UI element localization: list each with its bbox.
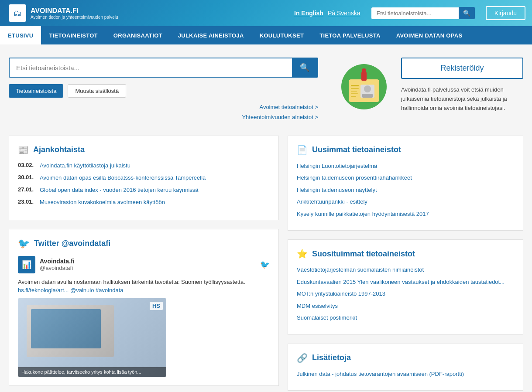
interop-datasets-link[interactable]: Yhteentoimivuuden aineistot > (9, 112, 318, 122)
news-link[interactable]: Museoviraston kuvakokoelmia avoimeen käy… (40, 198, 165, 206)
list-item: Suomalaiset postimerkit (297, 314, 514, 322)
link-icon: 🔗 (297, 353, 308, 363)
search-section: 🔍 Tietoaineistoista Muusta sisällöstä Av… (9, 53, 318, 123)
avatar: 📊 (18, 256, 35, 273)
list-item: Eduskuntavaalien 2015 Ylen vaalikoneen v… (297, 278, 514, 286)
left-column: 📰 Ajankohtaista 03.02. Avoindata.fin käy… (9, 136, 279, 392)
header-search-input[interactable] (371, 7, 459, 19)
language-switcher: In English På Svenska (288, 10, 367, 17)
news-link[interactable]: Avoimen datan opas esillä Bobcatsss-konf… (40, 174, 206, 182)
news-card: 📰 Ajankohtaista 03.02. Avoindata.fin käy… (9, 136, 279, 220)
dataset-link[interactable]: Helsingin Luontotietojärjestelmä (297, 163, 377, 169)
logo-text: AVOINDATA.FI Avoimen tiedon ja yhteentoi… (31, 7, 118, 20)
filter-other-button[interactable]: Muusta sisällöstä (68, 84, 126, 98)
image-badge: HS (150, 302, 163, 310)
logo-subtitle: Avoimen tiedon ja yhteentoimivuuden palv… (31, 15, 118, 20)
twitter-title: 🐦 Twitter @avoindatafi (18, 238, 270, 249)
news-list: 03.02. Avoindata.fin käyttötilastoja jul… (18, 162, 270, 207)
logo-icon: 🗂 (9, 4, 26, 22)
svg-rect-9 (351, 96, 356, 97)
login-button[interactable]: Kirjaudu (486, 6, 525, 20)
nav-item-tietoa[interactable]: TIETOA PALVELUSTA (312, 26, 388, 44)
tweet-text: Avoimen datan avulla nostamaan hallituks… (18, 278, 270, 295)
more-info-card: 🔗 Lisätietoja Julkinen data - johdatus t… (288, 344, 523, 391)
list-item: 23.01. Museoviraston kuvakokoelmia avoim… (18, 198, 270, 206)
nav-item-organisaatiot[interactable]: ORGANISAATIOT (106, 26, 170, 44)
main-search-button[interactable]: 🔍 (292, 58, 317, 77)
right-column: 📄 Uusimmat tietoaineistot Helsingin Luon… (288, 136, 523, 392)
popular-datasets-title: ⭐ Suosituimmat tietoaineistot (297, 249, 514, 259)
nav-item-julkaise[interactable]: JULKAISE AINEISTOJA (170, 26, 252, 44)
dataset-link[interactable]: MOT:n yritystukiaineisto 1997-2013 (297, 290, 385, 297)
tweet-name: Avoindata.fi (40, 258, 256, 265)
list-item: 30.01. Avoimen datan opas esillä Bobcats… (18, 174, 270, 182)
top-section: 🔍 Tietoaineistoista Muusta sisällöstä Av… (9, 53, 523, 123)
lang-swedish[interactable]: På Svenska (328, 10, 360, 17)
svg-rect-5 (351, 85, 359, 86)
document-icon: 📄 (297, 145, 308, 155)
register-info: Rekisteröidy Avoindata.fi-palvelussa voi… (401, 58, 523, 112)
news-date: 30.01. (18, 174, 35, 181)
newest-datasets-title: 📄 Uusimmat tietoaineistot (297, 145, 514, 155)
filter-datasets-button[interactable]: Tietoaineistoista (9, 84, 63, 98)
news-date: 03.02. (18, 162, 35, 168)
svg-point-3 (364, 85, 371, 92)
nav-item-opas[interactable]: AVOIMEN DATAN OPAS (388, 26, 470, 44)
main-search-input[interactable] (10, 58, 292, 77)
main-content: 🔍 Tietoaineistoista Muusta sisällöstä Av… (0, 44, 532, 392)
main-nav: ETUSIVU TIETOAINEISTOT ORGANISAATIOT JUL… (0, 26, 532, 44)
news-link[interactable]: Avoindata.fin käyttötilastoja julkaistu (40, 162, 130, 170)
tweet-image-caption: Hakukone päättelee, tarvitseeko yritys k… (18, 367, 166, 377)
news-date: 27.01. (18, 186, 35, 193)
open-datasets-link[interactable]: Avoimet tietoaineistot > (9, 102, 318, 112)
more-info-list: Julkinen data - johdatus tietovarantojen… (297, 370, 514, 378)
popular-datasets-list: Väestötietojärjestelmän suomalaisten nim… (297, 266, 514, 322)
nav-item-etusivu[interactable]: ETUSIVU (0, 26, 41, 44)
twitter-icon: 🐦 (18, 238, 30, 249)
list-item: Helsingin taidemuseon prosenttirahahankk… (297, 174, 514, 182)
dataset-link[interactable]: MDM esiselvitys (297, 303, 338, 309)
lang-english[interactable]: In English (294, 10, 323, 17)
site-header: 🗂 AVOINDATA.FI Avoimen tiedon ja yhteent… (0, 0, 532, 26)
more-info-title: 🔗 Lisätietoja (297, 353, 514, 363)
list-item: Väestötietojärjestelmän suomalaisten nim… (297, 266, 514, 274)
register-description: Avoindata.fi-palvelussa voit etsiä muide… (401, 85, 523, 112)
dataset-link[interactable]: Eduskuntavaalien 2015 Ylen vaalikoneen v… (297, 279, 505, 285)
tweet-header: 📊 Avoindata.fi @avoindatafi 🐦 (18, 256, 270, 273)
list-item: Helsingin taidemuseon näyttelyt (297, 186, 514, 194)
nav-item-tietoaineistot[interactable]: TIETOAINEISTOT (41, 26, 105, 44)
main-search-box: 🔍 (9, 58, 318, 78)
tweet-image: HS Hakukone päättelee, tarvitseeko yrity… (18, 298, 166, 377)
dataset-link[interactable]: Kysely kunnille paikkatietojen hyödyntäm… (297, 211, 429, 217)
list-item: Helsingin Luontotietojärjestelmä (297, 162, 514, 170)
news-date: 23.01. (18, 198, 35, 205)
bottom-section: 📰 Ajankohtaista 03.02. Avoindata.fin käy… (9, 136, 523, 392)
tweet-link[interactable]: hs.fi/teknologia/art... (18, 287, 69, 293)
header-search-button[interactable]: 🔍 (459, 7, 475, 19)
list-item: MDM esiselvitys (297, 302, 514, 310)
list-item: Julkinen data - johdatus tietovarantojen… (297, 370, 514, 378)
dataset-link[interactable]: Suomalaiset postimerkit (297, 314, 357, 321)
svg-rect-11 (362, 68, 366, 74)
dataset-link[interactable]: Arkkitehtuuripankki - esittely (297, 198, 367, 205)
news-link[interactable]: Global open data index - vuoden 2016 tie… (40, 186, 199, 194)
list-item: Kysely kunnille paikkatietojen hyödyntäm… (297, 210, 514, 218)
svg-rect-4 (362, 94, 373, 98)
tweet-mentions: @vainuio #avoindata (70, 287, 124, 293)
star-icon: ⭐ (297, 249, 308, 259)
nav-item-koulutukset[interactable]: KOULUTUKSET (252, 26, 312, 44)
dataset-link[interactable]: Väestötietojärjestelmän suomalaisten nim… (297, 266, 424, 273)
twitter-card: 🐦 Twitter @avoindatafi 📊 Avoindata.fi @a… (9, 229, 279, 386)
tweet-user: Avoindata.fi @avoindatafi (40, 258, 256, 271)
register-button[interactable]: Rekisteröidy (401, 58, 523, 79)
newest-datasets-card: 📄 Uusimmat tietoaineistot Helsingin Luon… (288, 136, 523, 231)
logo[interactable]: 🗂 AVOINDATA.FI Avoimen tiedon ja yhteent… (0, 4, 127, 22)
search-links: Avoimet tietoaineistot > Yhteentoimivuud… (9, 102, 318, 123)
svg-rect-7 (351, 91, 357, 92)
info-link[interactable]: Julkinen data - johdatus tietovarantojen… (297, 371, 464, 377)
dataset-link[interactable]: Helsingin taidemuseon näyttelyt (297, 187, 377, 193)
tweet-bird-icon: 🐦 (260, 260, 270, 269)
svg-rect-6 (351, 88, 359, 89)
dataset-link[interactable]: Helsingin taidemuseon prosenttirahahankk… (297, 174, 412, 181)
newest-datasets-list: Helsingin Luontotietojärjestelmä Helsing… (297, 162, 514, 218)
